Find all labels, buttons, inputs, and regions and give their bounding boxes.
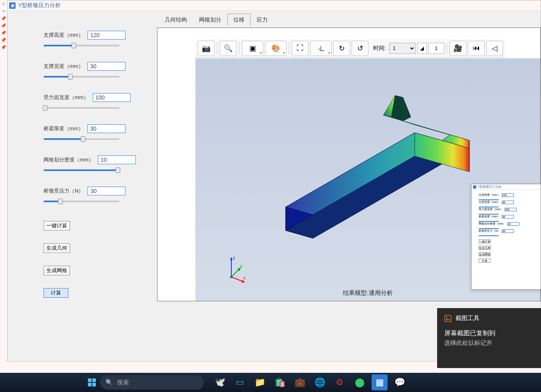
param-slider-0[interactable]: [44, 42, 119, 49]
toast-message-1: 屏幕截图已复制到: [444, 329, 534, 338]
popup-button[interactable]: 一键计算: [479, 239, 491, 243]
param-input-3[interactable]: [88, 124, 125, 133]
sidebar: 支撑高度（mm）支撑宽度（mm）受力面宽度（mm）桥梁厚度（mm）网格划分密度（…: [8, 11, 151, 361]
param-label: 桥梁厚度（mm）: [44, 125, 84, 132]
taskbar[interactable]: 🔍 搜索 🕊️ ▭ 📁 🛍️ 💼 🌐 ⚙ ⬤ ▦ 💬: [0, 373, 541, 392]
tab-0[interactable]: 几何结构: [159, 14, 193, 26]
task-app-icon[interactable]: ⬤: [352, 374, 368, 390]
svg-rect-25: [88, 378, 91, 382]
param-slider-2[interactable]: [44, 104, 119, 111]
svg-text:x: x: [243, 275, 246, 280]
taskbar-search[interactable]: 🔍 搜索: [100, 375, 204, 390]
time-label: 时间:: [373, 45, 386, 52]
task-app-icon[interactable]: ▭: [232, 374, 248, 390]
screenshot-icon[interactable]: 📷: [198, 41, 215, 56]
scissors-icon[interactable]: ✂: [1, 9, 6, 14]
svg-text:y: y: [240, 263, 243, 268]
step-input[interactable]: [428, 43, 444, 54]
task-app-icon[interactable]: ▦: [372, 374, 388, 390]
param-input-4[interactable]: [98, 155, 136, 164]
popup-button[interactable]: 计算: [479, 259, 491, 263]
task-app-icon[interactable]: ⚙: [332, 374, 348, 390]
time-select[interactable]: 1: [389, 43, 416, 54]
title-bar: ▦ Y型桥墩压力分析: [8, 0, 541, 11]
param-slider-5[interactable]: [44, 198, 119, 205]
param-slider-4[interactable]: [44, 167, 119, 174]
toast-message-2: 选择此处以标记并: [444, 339, 534, 347]
popup-button[interactable]: 生成网格: [479, 252, 491, 256]
tab-1[interactable]: 网格划分: [193, 14, 227, 26]
popup-param-row: 支撑高度（mm）: [479, 193, 538, 197]
param-slider-1[interactable]: [44, 73, 119, 80]
param-label: 受力面宽度（mm）: [44, 94, 89, 101]
tab-2[interactable]: 位移: [227, 14, 251, 26]
app-icon: ▦: [9, 2, 16, 9]
popup-param-row: 网格划分密度（mm）: [479, 222, 538, 226]
snip-toast[interactable]: 截图工具 屏幕截图已复制到 选择此处以标记并: [437, 308, 541, 368]
svg-line-15: [231, 277, 243, 282]
svg-text:z: z: [233, 255, 235, 260]
fit-view-icon[interactable]: ⛶: [292, 41, 308, 56]
axis-orient-icon[interactable]: ▾: [310, 41, 332, 56]
app-window: ▦ Y型桥墩压力分析 支撑高度（mm）支撑宽度（mm）受力面宽度（mm）桥梁厚度…: [7, 0, 541, 362]
svg-marker-13: [230, 257, 233, 260]
compute-button[interactable]: 计算: [44, 288, 68, 298]
svg-rect-27: [88, 383, 91, 386]
zoom-icon[interactable]: 🔍: [220, 41, 237, 56]
param-slider-3[interactable]: [44, 135, 119, 143]
axis-triad: z x y: [223, 253, 247, 285]
param-label: 支撑宽度（mm）: [44, 63, 84, 70]
task-app-icon[interactable]: 🕊️: [212, 374, 228, 390]
popup-param-row: 受力面宽度（mm）: [479, 207, 538, 211]
gen-geometry-button[interactable]: 生成几何: [44, 243, 70, 253]
result-model-label: 结果模型:通用分析: [343, 289, 392, 297]
step-mode-icon[interactable]: ◢: [417, 43, 427, 54]
popup-button[interactable]: 生成几何: [479, 246, 491, 250]
param-label: 网格划分密度（mm）: [44, 156, 94, 163]
svg-rect-26: [92, 378, 96, 382]
svg-line-2: [318, 48, 321, 51]
tabs: 几何结构网格划分位移应力: [151, 11, 541, 26]
color-cube-icon[interactable]: 🎨▾: [265, 41, 286, 56]
param-label: 桥墩受压力（N）: [44, 187, 84, 195]
camera-icon[interactable]: 🎥: [450, 41, 466, 56]
popup-title-bar: Y型桥墩压力分析: [471, 184, 541, 190]
param-label: 支撑高度（mm）: [44, 32, 84, 39]
svg-rect-28: [92, 383, 96, 386]
svg-line-18: [231, 269, 239, 277]
explorer-icon[interactable]: 📁: [252, 374, 268, 390]
edge-icon[interactable]: 🌐: [312, 374, 328, 390]
task-app-icon[interactable]: 💼: [292, 374, 308, 390]
popup-param-row: 支撑宽度（mm）: [479, 200, 538, 204]
mesh-view-icon[interactable]: ▣▾: [242, 41, 263, 56]
popup-param-row: 桥墩受压力（N）: [479, 229, 538, 233]
popup-param-row: 桥梁厚度（mm）: [479, 215, 538, 219]
wechat-icon[interactable]: 💬: [392, 374, 408, 390]
calc-all-button[interactable]: 一键计算: [44, 221, 70, 231]
gen-mesh-button[interactable]: 生成网格: [44, 266, 70, 275]
pin-icon: 📌: [1, 16, 6, 22]
pin-icon: ↖: [1, 2, 6, 7]
store-icon[interactable]: 🛍️: [272, 374, 288, 390]
param-input-0[interactable]: [88, 31, 125, 40]
left-system-strip: ↖ ✂ 📌 📌 📌 📌 📌: [0, 0, 7, 362]
param-input-2[interactable]: [93, 93, 131, 102]
rotate-ccw-icon[interactable]: ↺: [352, 41, 368, 56]
search-icon: 🔍: [105, 379, 113, 386]
start-icon[interactable]: [84, 374, 100, 390]
param-input-5[interactable]: [88, 187, 125, 195]
skip-back-icon[interactable]: ⏮: [468, 41, 485, 56]
svg-point-23: [446, 319, 448, 320]
pin-icon: 📌: [1, 23, 6, 29]
snip-tool-icon: [444, 315, 451, 322]
pin-icon: 📌: [1, 45, 6, 50]
svg-point-21: [230, 276, 233, 278]
param-input-1[interactable]: [88, 62, 125, 71]
prev-frame-icon[interactable]: ◁: [486, 41, 503, 56]
search-placeholder: 搜索: [117, 379, 129, 386]
preview-popup[interactable]: Y型桥墩压力分析 支撑高度（mm）支撑宽度（mm）受力面宽度（mm）桥梁厚度（m…: [471, 184, 541, 290]
rotate-cw-icon[interactable]: ↻: [333, 41, 350, 56]
tab-3[interactable]: 应力: [251, 14, 274, 26]
pin-icon: 📌: [1, 38, 6, 43]
graphics-toolbar: 📷 🔍 ▣▾ 🎨▾ ⛶ ▾ ↻ ↺ 时间: 1 ◢: [195, 39, 505, 58]
